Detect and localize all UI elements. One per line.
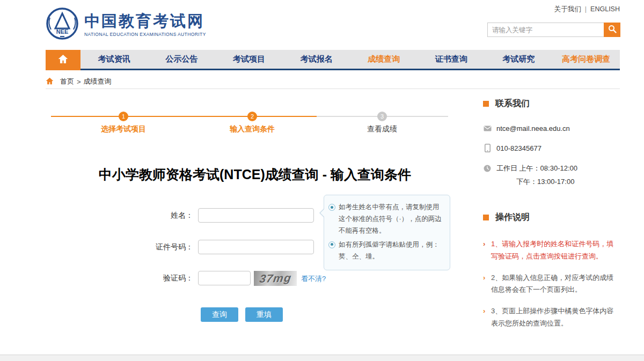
- tooltip-item: 如考生姓名中带有点，请复制使用这个标准的点符号（·），点的两边不能再有空格。: [328, 202, 444, 237]
- radio-bullet-icon: [328, 204, 335, 211]
- query-button[interactable]: 查询: [201, 307, 238, 322]
- step-circle-1: 1: [119, 112, 128, 121]
- contact-hours-afternoon: 下午：13:00-17:00: [516, 177, 620, 187]
- step-progress-line-active: [51, 116, 317, 117]
- instruction-item-2: › 2、如果输入信息正确，对应考试的成绩信息将会在下一个页面列出。: [483, 272, 620, 297]
- contact-hours-row: 工作日 上午：08:30-12:00: [483, 164, 620, 173]
- search-button[interactable]: [604, 23, 620, 37]
- nav-item-public-notices[interactable]: 公示公告: [148, 50, 216, 69]
- about-us-link[interactable]: 关于我们: [554, 5, 581, 13]
- id-number-label: 证件号码：: [107, 242, 193, 252]
- name-input-tooltip: 如考生姓名中带有点，请复制使用这个标准的点符号（·），点的两边不能再有空格。 如…: [324, 195, 450, 270]
- breadcrumb-home-icon: [46, 77, 54, 86]
- site-title: 中国教育考试网: [84, 12, 206, 30]
- step-circle-2: 2: [247, 112, 257, 121]
- radio-bullet-icon: [328, 241, 335, 248]
- site-logo[interactable]: NEE 中国教育考试网 NATIONAL EDUCATION EXAMINATI…: [46, 7, 206, 42]
- link-separator: |: [585, 5, 587, 13]
- chevron-icon: ›: [483, 305, 485, 318]
- search-input[interactable]: [487, 23, 604, 37]
- email-icon: [483, 126, 492, 131]
- contact-hours-morning: 工作日 上午：08:30-12:00: [496, 164, 577, 173]
- nav-item-gaokao-survey[interactable]: 高考问卷调查: [552, 50, 620, 69]
- breadcrumb: 首页 > 成绩查询: [46, 75, 620, 89]
- step-label-select-exam: 选择考试项目: [80, 124, 166, 134]
- top-utility-links: 关于我们|ENGLISH: [554, 5, 620, 14]
- contact-email[interactable]: ntce@mail.neea.edu.cn: [496, 124, 570, 132]
- nav-item-score-query[interactable]: 成绩查询: [350, 50, 418, 69]
- captcha-input[interactable]: [198, 271, 251, 285]
- tooltip-item: 如有所列孤僻字请粘贴使用，例：荬、仝、堹。: [328, 239, 444, 263]
- instruction-item-3: › 3、页面上部操作步骤中橘黄色字体内容表示您所处的查询位置。: [483, 305, 620, 330]
- id-number-input[interactable]: [198, 240, 314, 254]
- main-nav: 考试资讯 公示公告 考试项目 考试报名 成绩查询 证书查询 考试研究 高考问卷调…: [46, 50, 620, 70]
- breadcrumb-separator: >: [77, 78, 81, 86]
- chevron-icon: ›: [483, 272, 485, 284]
- step-label-view-scores: 查看成绩: [339, 124, 425, 134]
- site-subtitle: NATIONAL EDUCATION EXAMINATIONS AUTHORIT…: [84, 32, 206, 37]
- phone-icon: [483, 144, 492, 152]
- contact-phone-row: 010-82345677: [483, 144, 620, 152]
- breadcrumb-current: 成绩查询: [84, 77, 112, 86]
- main-content: 1 2 3 选择考试项目 输入查询条件 查看成绩 中小学教师资格考试(NTCE)…: [46, 90, 620, 355]
- nav-home-button[interactable]: [46, 50, 80, 70]
- search-icon: [608, 25, 617, 35]
- reset-button[interactable]: 重填: [245, 307, 283, 322]
- contact-email-row: ntce@mail.neea.edu.cn: [483, 124, 620, 132]
- name-input[interactable]: [198, 208, 314, 223]
- page-title: 中小学教师资格考试(NTCE)成绩查询 - 输入查询条件: [46, 166, 464, 183]
- breadcrumb-home-link[interactable]: 首页: [60, 77, 74, 86]
- nav-item-exam-programs[interactable]: 考试项目: [215, 50, 283, 69]
- captcha-label: 验证码：: [107, 274, 193, 283]
- step-label-enter-criteria: 输入查询条件: [209, 124, 295, 134]
- step-circle-3: 3: [377, 112, 387, 121]
- chevron-icon: ›: [483, 238, 485, 251]
- instructions-heading: 操作说明: [483, 212, 620, 223]
- svg-text:NEE: NEE: [56, 28, 69, 35]
- nav-item-exam-registration[interactable]: 考试报名: [283, 50, 350, 69]
- name-label: 姓名：: [107, 211, 193, 220]
- search-bar: [487, 23, 620, 37]
- orange-square-bullet: [483, 215, 489, 220]
- nav-item-certificate-query[interactable]: 证书查询: [418, 50, 485, 69]
- right-sidebar: 联系我们 ntce@mail.neea.edu.cn 010-82345677: [483, 98, 620, 339]
- nav-item-exam-news[interactable]: 考试资讯: [80, 50, 148, 69]
- neea-emblem-icon: NEE: [46, 7, 79, 42]
- clock-icon: [483, 165, 492, 172]
- footer-strip: [0, 355, 644, 361]
- instructions-section: 操作说明 › 1、请输入报考时的姓名和证件号码，填写验证码，点击查询按钮进行查询…: [483, 212, 620, 330]
- instruction-item-1: › 1、请输入报考时的姓名和证件号码，填写验证码，点击查询按钮进行查询。: [483, 238, 620, 263]
- page-header: NEE 中国教育考试网 NATIONAL EDUCATION EXAMINATI…: [0, 0, 644, 50]
- contact-us-heading: 联系我们: [483, 98, 620, 109]
- nav-item-exam-research[interactable]: 考试研究: [485, 50, 553, 69]
- captcha-image[interactable]: 37mg: [254, 271, 297, 286]
- captcha-refresh-link[interactable]: 看不清?: [301, 274, 326, 284]
- home-icon: [58, 54, 68, 66]
- captcha-code-text: 37mg: [259, 271, 292, 285]
- tooltip-arrow: [319, 208, 324, 218]
- contact-phone: 010-82345677: [496, 144, 541, 152]
- english-link[interactable]: ENGLISH: [590, 5, 620, 13]
- orange-square-bullet: [483, 101, 489, 107]
